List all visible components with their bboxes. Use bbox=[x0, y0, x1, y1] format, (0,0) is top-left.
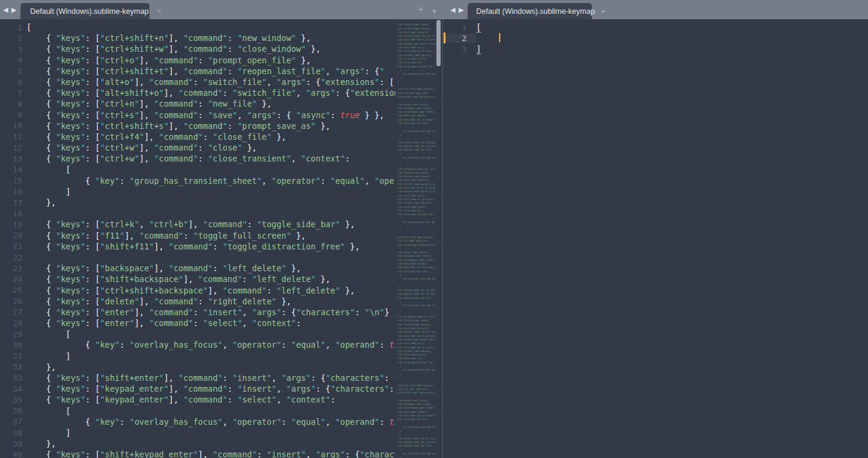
left-editor-pane[interactable]: 1[2 { "keys": ["ctrl+shift+n"], "command… bbox=[0, 19, 395, 458]
code-line[interactable]: 1[ bbox=[0, 22, 395, 33]
line-number: 27 bbox=[0, 307, 27, 316]
minimap-content: [ { "keys": ["ctrl+shift+n"], "command":… bbox=[395, 19, 411, 458]
code-line[interactable]: 21 { "keys": ["shift+f11"], "command": "… bbox=[0, 241, 395, 252]
code-line[interactable]: 18 bbox=[0, 208, 395, 219]
code-text: { "keys": ["f11"], "command": "toggle_fu… bbox=[27, 230, 395, 241]
tab-left-keymap[interactable]: Default (Windows).sublime-keymap × bbox=[20, 3, 149, 19]
code-line[interactable]: 12 { "keys": ["ctrl+w"], "command": "clo… bbox=[0, 142, 395, 153]
code-line[interactable]: 9 { "keys": ["ctrl+s"], "command": "save… bbox=[0, 110, 395, 121]
code-line[interactable]: 26 { "keys": ["delete"], "command": "rig… bbox=[0, 296, 395, 307]
tab-close-icon[interactable]: × bbox=[157, 7, 162, 15]
code-line[interactable]: 24 { "keys": ["shift+backspace"], "comma… bbox=[0, 274, 395, 284]
code-text: { "keys": ["ctrl+o"], "command": "prompt… bbox=[27, 55, 395, 66]
code-line[interactable]: 31 ] bbox=[0, 351, 395, 362]
code-line[interactable]: 36 [ bbox=[0, 406, 395, 416]
code-line[interactable]: 23 { "keys": ["backspace"], "command": "… bbox=[0, 263, 395, 274]
line-number: 20 bbox=[0, 231, 27, 240]
code-line[interactable]: 22 bbox=[0, 252, 395, 263]
left-group-scroll-left-icon[interactable]: ◀ bbox=[3, 5, 8, 14]
tab-right-keymap[interactable]: Default (Windows).sublime-keymap ● bbox=[468, 3, 592, 19]
line-number: 6 bbox=[0, 78, 27, 87]
code-text bbox=[476, 33, 868, 43]
code-line[interactable]: 35 { "keys": ["keypad_enter"], "command"… bbox=[0, 394, 395, 405]
code-line[interactable]: 10 { "keys": ["ctrl+shift+s"], "command"… bbox=[0, 121, 395, 131]
code-line[interactable]: 16 ] bbox=[0, 186, 395, 197]
line-number: 16 bbox=[0, 187, 27, 196]
code-line[interactable]: 5 { "keys": ["ctrl+shift+t"], "command":… bbox=[0, 66, 395, 77]
code-text: { "keys": ["ctrl+w"], "command": "close_… bbox=[27, 153, 395, 164]
line-number: 10 bbox=[0, 121, 27, 130]
text-caret bbox=[499, 33, 500, 42]
new-tab-button[interactable]: + bbox=[418, 4, 423, 14]
tab-dirty-dot-icon: ● bbox=[602, 9, 605, 14]
code-text: { "key": "overlay_has_focus", "operator"… bbox=[27, 416, 395, 427]
code-text: { "keys": ["keypad_enter"], "command": "… bbox=[27, 394, 395, 405]
code-line[interactable]: 33 { "keys": ["shift+enter"], "command":… bbox=[0, 372, 395, 383]
right-group-scroll-left-icon[interactable]: ◀ bbox=[450, 5, 455, 14]
code-line[interactable]: 1[ bbox=[443, 22, 868, 33]
code-line[interactable]: 15 { "key": "group_has_transient_sheet",… bbox=[0, 175, 395, 186]
line-number: 40 bbox=[0, 450, 27, 458]
line-number: 9 bbox=[0, 110, 27, 119]
code-line[interactable]: 13 { "keys": ["ctrl+w"], "command": "clo… bbox=[0, 153, 395, 164]
code-line[interactable]: 3 { "keys": ["ctrl+shift+w"], "command":… bbox=[0, 43, 395, 54]
line-number: 1 bbox=[0, 23, 27, 32]
code-line[interactable]: 4 { "keys": ["ctrl+o"], "command": "prom… bbox=[0, 55, 395, 66]
code-line[interactable]: 14 [ bbox=[0, 164, 395, 175]
editor-area: 1[2 { "keys": ["ctrl+shift+n"], "command… bbox=[0, 19, 868, 458]
line-number: 30 bbox=[0, 340, 27, 350]
code-line[interactable]: 7 { "keys": ["alt+shift+o"], "command": … bbox=[0, 87, 395, 98]
right-group-scroll-right-icon[interactable]: ▶ bbox=[459, 5, 464, 14]
code-line[interactable]: 2 bbox=[443, 33, 868, 43]
code-line[interactable]: 34 { "keys": ["keypad_enter"], "command"… bbox=[0, 383, 395, 394]
line-number: 19 bbox=[0, 220, 27, 229]
left-group-scroll-right-icon[interactable]: ▶ bbox=[11, 5, 16, 14]
code-line[interactable]: 8 { "keys": ["ctrl+n"], "command": "new_… bbox=[0, 98, 395, 109]
line-number: 37 bbox=[0, 417, 27, 426]
line-number: 33 bbox=[0, 374, 27, 383]
tab-overflow-icon[interactable]: ▼ bbox=[432, 7, 437, 16]
code-text: }, bbox=[27, 438, 395, 449]
code-line[interactable]: 28 { "keys": ["enter"], "command": "sele… bbox=[0, 318, 395, 328]
code-line[interactable]: 17 }, bbox=[0, 197, 395, 208]
code-text: { "keys": ["enter"], "command": "select"… bbox=[27, 318, 395, 328]
code-text: { "keys": ["delete"], "command": "right_… bbox=[27, 296, 395, 307]
line-number: 15 bbox=[0, 176, 27, 185]
code-text: { "keys": ["alt+shift+o"], "command": "s… bbox=[27, 87, 395, 98]
minimap[interactable]: [ { "keys": ["ctrl+shift+n"], "command":… bbox=[395, 19, 435, 458]
line-number: 1 bbox=[443, 23, 476, 32]
scrollbar-thumb[interactable] bbox=[436, 20, 441, 66]
code-text: }, bbox=[27, 362, 395, 372]
line-number: 38 bbox=[0, 428, 27, 438]
line-number: 21 bbox=[0, 242, 27, 251]
code-text: { "keys": ["ctrl+shift+w"], "command": "… bbox=[27, 43, 395, 54]
code-text: [ bbox=[27, 406, 395, 416]
line-number: 26 bbox=[0, 296, 27, 306]
code-text: { "keys": ["ctrl+w"], "command": "close"… bbox=[27, 142, 395, 153]
code-line[interactable]: 38 ] bbox=[0, 427, 395, 438]
line-number: 3 bbox=[0, 45, 27, 54]
code-line[interactable]: 29 [ bbox=[0, 328, 395, 339]
code-line[interactable]: 19 { "keys": ["ctrl+k", "ctrl+b"], "comm… bbox=[0, 219, 395, 230]
code-line[interactable]: 11 { "keys": ["ctrl+f4"], "command": "cl… bbox=[0, 131, 395, 142]
code-line[interactable]: 40 { "keys": ["shift+keypad_enter"], "co… bbox=[0, 449, 395, 458]
code-line[interactable]: 3] bbox=[443, 43, 868, 54]
right-editor-pane[interactable]: 1[2 3] bbox=[443, 19, 868, 458]
code-line[interactable]: 39 }, bbox=[0, 438, 395, 449]
code-line[interactable]: 25 { "keys": ["ctrl+shift+backspace"], "… bbox=[0, 285, 395, 296]
code-text: [ bbox=[27, 22, 395, 33]
line-number: 3 bbox=[443, 45, 476, 54]
code-line[interactable]: 37 { "key": "overlay_has_focus", "operat… bbox=[0, 416, 395, 427]
code-text: { "key": "overlay_has_focus", "operator"… bbox=[27, 339, 395, 350]
tab-title: Default (Windows).sublime-keymap bbox=[30, 7, 149, 16]
code-line[interactable]: 30 { "key": "overlay_has_focus", "operat… bbox=[0, 339, 395, 350]
code-line[interactable]: 32 }, bbox=[0, 362, 395, 372]
code-line[interactable]: 20 { "keys": ["f11"], "command": "toggle… bbox=[0, 230, 395, 241]
line-number: 22 bbox=[0, 253, 27, 262]
line-number: 24 bbox=[0, 275, 27, 284]
code-text: { "keys": ["ctrl+shift+s"], "command": "… bbox=[27, 121, 395, 131]
code-line[interactable]: 6 { "keys": ["alt+o"], "command": "switc… bbox=[0, 77, 395, 87]
code-line[interactable]: 27 { "keys": ["enter"], "command": "inse… bbox=[0, 307, 395, 318]
line-number: 23 bbox=[0, 264, 27, 273]
code-line[interactable]: 2 { "keys": ["ctrl+shift+n"], "command":… bbox=[0, 33, 395, 43]
